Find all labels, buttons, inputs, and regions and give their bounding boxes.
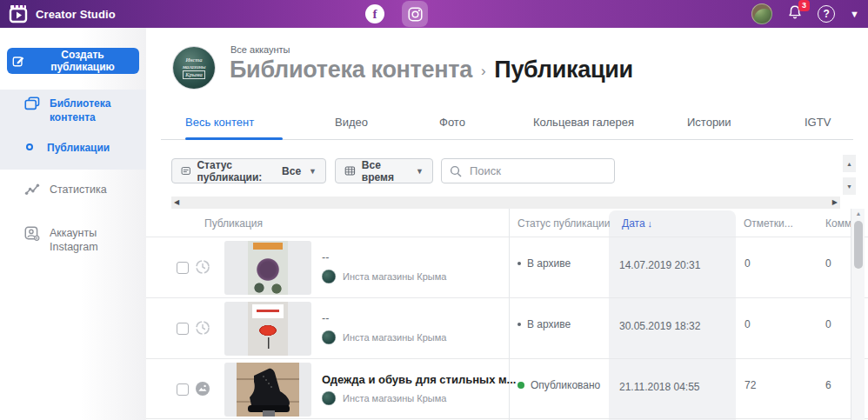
- date-cell: 14.07.2019 20:31: [619, 259, 700, 271]
- scheduled-clock-icon: [195, 320, 210, 336]
- compose-icon: [12, 54, 24, 68]
- scrollbar-thumb[interactable]: [854, 221, 863, 269]
- post-title: Одежда и обувь для стильных м...: [322, 373, 516, 386]
- row-checkbox[interactable]: [177, 383, 189, 396]
- post-account: Инста магазины Крыма: [322, 330, 446, 344]
- table-row[interactable]: Одежда и обувь для стильных м... Инста м…: [146, 358, 868, 419]
- post-thumbnail[interactable]: [224, 302, 311, 356]
- account-avatar-small: [322, 391, 336, 405]
- row-checkbox[interactable]: [177, 262, 189, 274]
- dropdown-caret-icon: ▼: [309, 167, 317, 176]
- help-icon[interactable]: ?: [818, 5, 835, 23]
- post-title: --: [322, 251, 329, 263]
- account-avatar-small: [322, 330, 336, 344]
- account-menu-chevron-icon[interactable]: ▼: [850, 9, 859, 19]
- status-cell: Опубликовано: [517, 379, 600, 391]
- post-account: Инста магазины Крыма: [322, 391, 446, 405]
- sort-descending-icon: ↓: [648, 218, 653, 229]
- date-cell: 30.05.2019 18:32: [619, 320, 700, 332]
- facebook-icon[interactable]: f: [365, 4, 384, 23]
- status-archived-icon: [517, 323, 521, 326]
- time-filter-dropdown[interactable]: Все время ▼: [335, 158, 433, 183]
- table-vertical-scrollbar[interactable]: ▲: [851, 209, 865, 420]
- column-header-publication: Публикация: [204, 217, 263, 230]
- platform-switcher: f: [365, 0, 428, 28]
- search-input[interactable]: [468, 163, 598, 178]
- comments-cell: 0: [825, 257, 831, 270]
- creator-studio-app: Creator Studio f 3 ? ▼: [0, 0, 868, 420]
- breadcrumb-separator: ›: [481, 63, 485, 80]
- sidebar: Создать публикацию Библиотека контента П…: [0, 28, 146, 420]
- likes-cell: 0: [744, 257, 751, 270]
- content-library-icon: [24, 97, 40, 114]
- horizontal-scrollbar[interactable]: ◀ ▶: [171, 197, 840, 209]
- column-header-date-sort[interactable]: Дата↓: [622, 217, 652, 230]
- instagram-icon[interactable]: [402, 1, 428, 27]
- notifications-bell-icon[interactable]: 3: [787, 4, 803, 23]
- comments-cell: 6: [825, 379, 831, 391]
- post-thumbnail[interactable]: [224, 241, 311, 295]
- tab-igtv[interactable]: IGTV: [805, 116, 831, 129]
- tab-video[interactable]: Видео: [335, 116, 368, 129]
- status-filter-icon: [181, 164, 190, 177]
- column-header-likes: Отметки...: [744, 217, 793, 230]
- sidebar-item-instagram-accounts[interactable]: Аккаунты Instagram: [0, 226, 146, 254]
- tab-carousel[interactable]: Кольцевая галерея: [533, 116, 634, 129]
- creator-studio-logo-icon: [9, 3, 28, 24]
- topbar-actions: 3 ? ▼: [751, 0, 859, 28]
- breadcrumb: Библиотека контента › Публикации: [230, 57, 633, 83]
- sidebar-item-statistics[interactable]: Статистика: [0, 183, 146, 199]
- post-title: --: [322, 312, 329, 324]
- scroll-down-button[interactable]: ▼: [843, 177, 856, 195]
- sidebar-item-publications[interactable]: Публикации: [0, 141, 146, 155]
- status-filter-dropdown[interactable]: Статус публикации: Все ▼: [171, 158, 326, 183]
- active-tab-underline: [185, 137, 283, 140]
- table-row[interactable]: -- Инста магазины Крыма В архиве 30.05.2…: [146, 297, 868, 358]
- sidebar-item-content-library[interactable]: Библиотека контента: [0, 97, 146, 124]
- post-thumbnail[interactable]: [224, 363, 311, 417]
- scroll-up-button[interactable]: ▲: [843, 155, 856, 172]
- account-avatar-small: [322, 270, 336, 283]
- create-post-button[interactable]: Создать публикацию: [7, 48, 139, 74]
- calendar-icon: [344, 164, 356, 177]
- search-icon: [450, 165, 462, 177]
- status-cell: В архиве: [517, 257, 571, 270]
- statistics-chart-icon: [24, 183, 40, 199]
- dropdown-caret-icon: ▼: [416, 167, 424, 176]
- date-cell: 21.11.2018 04:55: [619, 381, 700, 393]
- likes-cell: 0: [744, 318, 751, 330]
- scheduled-clock-icon: [195, 259, 210, 275]
- scroll-up-icon[interactable]: ▲: [851, 210, 865, 217]
- table-header: Публикация Статус публикации Дата↓ Отмет…: [146, 209, 868, 237]
- post-account: Инста магазины Крыма: [322, 270, 446, 283]
- filters-scrollbar: ▲ ▼: [843, 155, 856, 195]
- status-cell: В архиве: [517, 318, 571, 330]
- status-archived-icon: [517, 262, 521, 265]
- tab-all-content[interactable]: Весь контент: [185, 116, 254, 129]
- page-title: Публикации: [494, 57, 633, 83]
- account-avatar[interactable]: Инста магазины Крыма: [173, 47, 215, 89]
- account-gear-icon: [24, 226, 40, 244]
- table-row[interactable]: -- Инста магазины Крыма В архиве 14.07.2…: [146, 237, 868, 297]
- tab-stories[interactable]: Истории: [687, 116, 731, 129]
- scroll-right-icon[interactable]: ▶: [832, 199, 838, 206]
- user-avatar[interactable]: [751, 3, 772, 24]
- column-header-comments: Комм: [825, 217, 851, 230]
- main-content: Инста магазины Крыма Все аккаунты Библио…: [146, 28, 868, 420]
- comments-cell: 0: [825, 318, 831, 330]
- notification-badge: 3: [798, 0, 810, 11]
- status-published-icon: [517, 382, 524, 389]
- scroll-left-icon[interactable]: ◀: [174, 199, 179, 206]
- photo-post-icon: [195, 381, 210, 397]
- brand[interactable]: Creator Studio: [9, 3, 116, 24]
- tab-photo[interactable]: Фото: [439, 116, 465, 129]
- row-checkbox[interactable]: [177, 323, 189, 335]
- content-tabs: Весь контент Видео Фото Кольцевая галере…: [161, 108, 853, 140]
- account-scope-label: Все аккаунты: [230, 44, 290, 55]
- app-title: Creator Studio: [36, 8, 116, 21]
- bullet-icon: [26, 143, 33, 150]
- topbar: Creator Studio f 3 ? ▼: [0, 0, 868, 28]
- search-box: [441, 158, 615, 183]
- breadcrumb-parent[interactable]: Библиотека контента: [230, 57, 472, 83]
- column-header-status: Статус публикации: [517, 217, 610, 230]
